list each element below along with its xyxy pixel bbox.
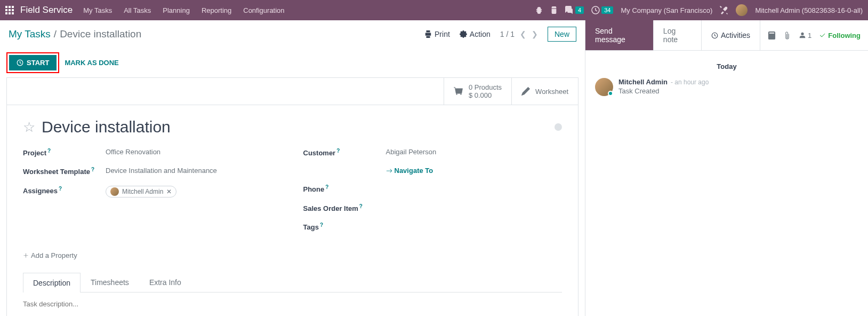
followers-button[interactable]: 1 [799,31,811,40]
nav-my-tasks[interactable]: My Tasks [83,6,112,14]
check-icon [819,32,826,39]
activities-icon[interactable]: 34 [591,6,613,14]
worksheet-label: Worksheet [535,88,568,96]
nav-menu: My Tasks All Tasks Planning Reporting Co… [83,6,284,14]
tab-description[interactable]: Description [23,273,81,293]
help-icon[interactable]: ? [320,222,323,228]
clock-icon [17,59,23,66]
message-body: Task Created [618,87,709,95]
statusbar: START MARK AS DONE [0,48,585,77]
mark-done-button[interactable]: MARK AS DONE [65,59,118,67]
message-time: - an hour ago [671,78,709,86]
chatter: Send message Log note Activities 1 Follo… [585,20,868,316]
help-icon[interactable]: ? [336,148,340,154]
remove-tag-icon[interactable]: ✕ [166,188,172,195]
presence-dot-icon [608,91,613,96]
following-button[interactable]: Following [819,31,861,40]
products-stat-button[interactable]: 0 Products $ 0.000 [444,78,511,105]
worksheet-stat-button[interactable]: Worksheet [511,78,578,105]
nav-all-tasks[interactable]: All Tasks [124,6,151,14]
assignee-tag: Mitchell Admin ✕ [106,186,176,198]
kanban-state-icon[interactable] [554,123,562,131]
worksheet-template-label: Worksheet Template? [23,167,106,176]
breadcrumb-parent[interactable]: My Tasks [9,28,51,40]
message: Mitchell Admin - an hour ago Task Create… [595,78,858,96]
pager-prev-icon[interactable]: ❮ [520,30,526,38]
user-icon [799,31,806,39]
help-icon[interactable]: ? [91,167,94,172]
navigate-to-link[interactable]: Navigate To [386,167,433,175]
clock-icon [711,32,718,39]
voip-icon[interactable] [550,6,558,14]
pencil-icon [521,87,530,96]
nav-right: 4 34 My Company (San Francisco) Mitchell… [535,4,863,16]
date-separator: Today [595,62,858,70]
pager-next-icon[interactable]: ❯ [532,30,538,38]
message-author[interactable]: Mitchell Admin [618,78,668,86]
action-label: Action [470,30,491,38]
activities-badge: 34 [601,6,613,14]
new-button[interactable]: New [548,27,576,42]
debug-icon[interactable] [535,6,543,14]
project-field[interactable]: Office Renovation [106,148,160,156]
send-message-button[interactable]: Send message [585,20,653,50]
activities-label: Activities [721,31,750,40]
start-highlight: START [6,52,59,73]
print-button[interactable]: Print [424,30,450,38]
assignees-label: Assignees? [23,186,106,195]
task-title[interactable]: Device installation [42,118,171,136]
customer-field[interactable]: Abigail Peterson [386,148,437,156]
user-menu[interactable]: Mitchell Admin (50823638-16-0-all) [755,6,863,14]
brand-title[interactable]: Field Service [20,5,73,15]
phone-label: Phone? [303,184,386,193]
description-input[interactable] [23,293,562,316]
company-switcher[interactable]: My Company (San Francisco) [621,6,712,14]
help-icon[interactable]: ? [47,148,51,154]
user-avatar[interactable] [736,4,748,16]
calendar-icon[interactable] [768,31,776,40]
pager: 1 / 1 ❮ ❯ [500,30,538,38]
attachment-icon[interactable] [783,31,791,40]
breadcrumb-sep: / [54,28,57,40]
breadcrumb-current: Device installation [60,28,141,40]
worksheet-template-field[interactable]: Device Installation and Maintenance [106,167,217,175]
add-property-button[interactable]: Add a Property [23,251,562,259]
tab-extra-info[interactable]: Extra Info [139,272,191,292]
start-button[interactable]: START [9,55,57,70]
top-navbar: Field Service My Tasks All Tasks Plannin… [0,0,868,20]
nav-reporting[interactable]: Reporting [202,6,231,14]
pager-value[interactable]: 1 / 1 [500,30,515,38]
messages-badge: 4 [575,6,584,14]
project-label: Project? [23,148,106,157]
plus-icon [23,252,29,258]
button-box: 0 Products $ 0.000 Worksheet [7,78,578,105]
arrow-right-icon [386,168,392,174]
navigate-label: Navigate To [395,167,433,175]
cart-icon [454,86,463,96]
start-label: START [27,59,49,67]
print-label: Print [435,30,450,38]
priority-star-icon[interactable]: ☆ [23,119,35,136]
assignees-field[interactable]: Mitchell Admin ✕ [106,186,176,198]
add-property-label: Add a Property [31,251,77,259]
following-label: Following [828,31,861,40]
tools-icon[interactable] [720,6,728,14]
apps-icon[interactable] [5,6,14,14]
products-count: 0 Products [469,83,502,91]
follower-count: 1 [808,31,811,40]
activities-button[interactable]: Activities [701,20,760,50]
help-icon[interactable]: ? [325,184,328,190]
products-amount: $ 0.000 [469,91,502,99]
help-icon[interactable]: ? [59,186,62,192]
nav-planning[interactable]: Planning [163,6,190,14]
sales-order-item-label: Sales Order Item? [303,203,386,212]
tags-label: Tags? [303,222,386,231]
action-button[interactable]: Action [460,30,491,38]
nav-configuration[interactable]: Configuration [243,6,284,14]
message-avatar[interactable] [595,78,613,96]
assignee-name: Mitchell Admin [122,188,163,195]
messages-icon[interactable]: 4 [565,6,584,14]
help-icon[interactable]: ? [359,203,363,209]
tab-timesheets[interactable]: Timesheets [81,272,139,292]
log-note-button[interactable]: Log note [653,20,701,50]
